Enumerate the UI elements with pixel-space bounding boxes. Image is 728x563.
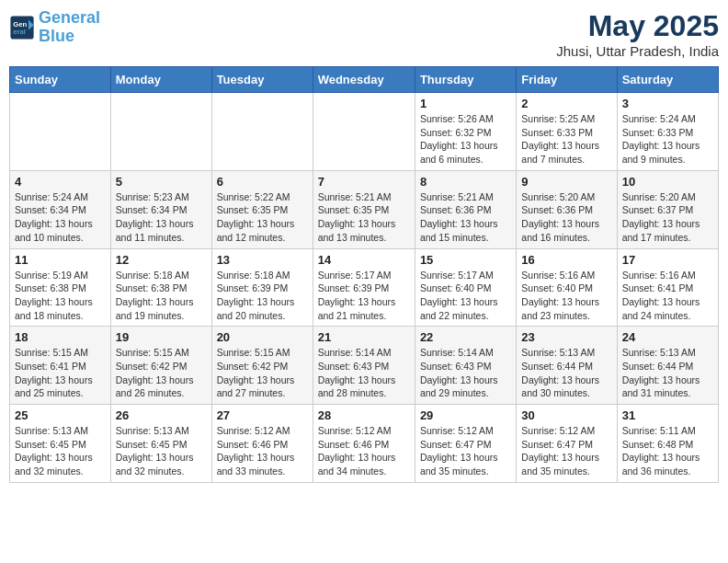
day-number: 22 (420, 330, 511, 344)
day-info: Sunrise: 5:11 AM Sunset: 6:48 PM Dayligh… (622, 424, 713, 478)
day-number: 3 (622, 97, 713, 110)
header: Gen eral General Blue May 2025 Jhusi, Ut… (9, 9, 719, 59)
calendar-cell: 12Sunrise: 5:18 AM Sunset: 6:38 PM Dayli… (110, 248, 211, 327)
day-info: Sunrise: 5:17 AM Sunset: 6:40 PM Dayligh… (420, 269, 511, 323)
week-row-4: 25Sunrise: 5:13 AM Sunset: 6:45 PM Dayli… (10, 405, 719, 483)
day-info: Sunrise: 5:16 AM Sunset: 6:40 PM Dayligh… (521, 269, 611, 323)
week-row-3: 18Sunrise: 5:15 AM Sunset: 6:41 PM Dayli… (10, 327, 719, 405)
calendar-cell: 27Sunrise: 5:12 AM Sunset: 6:46 PM Dayli… (211, 405, 313, 483)
day-info: Sunrise: 5:16 AM Sunset: 6:41 PM Dayligh… (622, 269, 713, 323)
day-number: 5 (116, 175, 207, 189)
calendar-cell: 5Sunrise: 5:23 AM Sunset: 6:34 PM Daylig… (110, 170, 211, 248)
day-info: Sunrise: 5:12 AM Sunset: 6:47 PM Dayligh… (420, 424, 511, 478)
day-info: Sunrise: 5:18 AM Sunset: 6:39 PM Dayligh… (217, 269, 308, 323)
calendar-cell: 18Sunrise: 5:15 AM Sunset: 6:41 PM Dayli… (10, 327, 111, 405)
day-number: 10 (622, 175, 713, 189)
month-title: May 2025 (556, 9, 719, 43)
title-area: May 2025 Jhusi, Uttar Pradesh, India (556, 9, 719, 59)
day-info: Sunrise: 5:21 AM Sunset: 6:36 PM Dayligh… (420, 190, 511, 245)
header-sunday: Sunday (10, 67, 111, 93)
day-info: Sunrise: 5:14 AM Sunset: 6:43 PM Dayligh… (318, 346, 410, 400)
day-number: 27 (217, 408, 308, 422)
day-info: Sunrise: 5:13 AM Sunset: 6:45 PM Dayligh… (15, 424, 106, 478)
day-info: Sunrise: 5:21 AM Sunset: 6:35 PM Dayligh… (318, 190, 410, 245)
week-row-0: 1Sunrise: 5:26 AM Sunset: 6:32 PM Daylig… (10, 93, 719, 171)
header-wednesday: Wednesday (313, 67, 415, 93)
calendar-cell: 2Sunrise: 5:25 AM Sunset: 6:33 PM Daylig… (517, 93, 617, 171)
logo-text-line1: General (39, 9, 100, 28)
day-number: 19 (116, 330, 207, 344)
day-number: 30 (521, 408, 611, 422)
calendar-cell: 9Sunrise: 5:20 AM Sunset: 6:36 PM Daylig… (517, 170, 617, 248)
day-info: Sunrise: 5:14 AM Sunset: 6:43 PM Dayligh… (420, 346, 511, 400)
week-row-2: 11Sunrise: 5:19 AM Sunset: 6:38 PM Dayli… (10, 248, 719, 327)
day-number: 14 (318, 253, 410, 267)
day-info: Sunrise: 5:12 AM Sunset: 6:46 PM Dayligh… (217, 424, 308, 478)
calendar-cell (110, 93, 211, 171)
header-saturday: Saturday (617, 67, 718, 93)
svg-text:eral: eral (13, 28, 26, 36)
day-number: 13 (217, 253, 308, 267)
day-number: 29 (420, 408, 511, 422)
location-title: Jhusi, Uttar Pradesh, India (556, 43, 719, 59)
calendar-cell: 25Sunrise: 5:13 AM Sunset: 6:45 PM Dayli… (10, 405, 111, 483)
day-info: Sunrise: 5:24 AM Sunset: 6:34 PM Dayligh… (15, 190, 106, 245)
day-info: Sunrise: 5:23 AM Sunset: 6:34 PM Dayligh… (116, 190, 207, 245)
calendar-cell: 28Sunrise: 5:12 AM Sunset: 6:46 PM Dayli… (313, 405, 415, 483)
day-number: 8 (420, 175, 511, 189)
header-tuesday: Tuesday (211, 67, 313, 93)
calendar-cell: 19Sunrise: 5:15 AM Sunset: 6:42 PM Dayli… (110, 327, 211, 405)
day-info: Sunrise: 5:17 AM Sunset: 6:39 PM Dayligh… (318, 269, 410, 323)
calendar-cell: 17Sunrise: 5:16 AM Sunset: 6:41 PM Dayli… (617, 248, 718, 327)
calendar-cell: 30Sunrise: 5:12 AM Sunset: 6:47 PM Dayli… (517, 405, 617, 483)
day-number: 15 (420, 253, 511, 267)
calendar-table: SundayMondayTuesdayWednesdayThursdayFrid… (9, 66, 719, 483)
day-info: Sunrise: 5:26 AM Sunset: 6:32 PM Dayligh… (420, 112, 511, 167)
day-number: 31 (622, 408, 713, 422)
svg-text:Gen: Gen (13, 19, 27, 28)
calendar-cell: 29Sunrise: 5:12 AM Sunset: 6:47 PM Dayli… (415, 405, 516, 483)
day-number: 28 (318, 408, 410, 422)
day-number: 21 (318, 330, 410, 344)
calendar-cell: 14Sunrise: 5:17 AM Sunset: 6:39 PM Dayli… (313, 248, 415, 327)
day-number: 18 (15, 330, 106, 344)
day-number: 26 (116, 408, 207, 422)
day-number: 20 (217, 330, 308, 344)
calendar-cell: 23Sunrise: 5:13 AM Sunset: 6:44 PM Dayli… (517, 327, 617, 405)
calendar-cell: 24Sunrise: 5:13 AM Sunset: 6:44 PM Dayli… (617, 327, 718, 405)
header-friday: Friday (517, 67, 617, 93)
day-number: 25 (15, 408, 106, 422)
day-info: Sunrise: 5:15 AM Sunset: 6:41 PM Dayligh… (15, 346, 106, 400)
calendar-cell: 26Sunrise: 5:13 AM Sunset: 6:45 PM Dayli… (110, 405, 211, 483)
calendar-cell (211, 93, 313, 171)
calendar-cell: 21Sunrise: 5:14 AM Sunset: 6:43 PM Dayli… (313, 327, 415, 405)
day-number: 17 (622, 253, 713, 267)
day-info: Sunrise: 5:25 AM Sunset: 6:33 PM Dayligh… (521, 112, 611, 167)
week-row-1: 4Sunrise: 5:24 AM Sunset: 6:34 PM Daylig… (10, 170, 719, 248)
day-info: Sunrise: 5:13 AM Sunset: 6:44 PM Dayligh… (521, 346, 611, 400)
day-info: Sunrise: 5:15 AM Sunset: 6:42 PM Dayligh… (217, 346, 308, 400)
calendar-cell: 6Sunrise: 5:22 AM Sunset: 6:35 PM Daylig… (211, 170, 313, 248)
day-info: Sunrise: 5:13 AM Sunset: 6:45 PM Dayligh… (116, 424, 207, 478)
day-number: 9 (521, 175, 611, 189)
header-thursday: Thursday (415, 67, 516, 93)
logo-text-line2: Blue (39, 28, 100, 46)
day-info: Sunrise: 5:18 AM Sunset: 6:38 PM Dayligh… (116, 269, 207, 323)
day-number: 2 (521, 97, 611, 110)
calendar-cell: 8Sunrise: 5:21 AM Sunset: 6:36 PM Daylig… (415, 170, 516, 248)
day-info: Sunrise: 5:24 AM Sunset: 6:33 PM Dayligh… (622, 112, 713, 167)
day-info: Sunrise: 5:22 AM Sunset: 6:35 PM Dayligh… (217, 190, 308, 245)
day-info: Sunrise: 5:19 AM Sunset: 6:38 PM Dayligh… (15, 269, 106, 323)
calendar-cell: 16Sunrise: 5:16 AM Sunset: 6:40 PM Dayli… (517, 248, 617, 327)
calendar-cell: 10Sunrise: 5:20 AM Sunset: 6:37 PM Dayli… (617, 170, 718, 248)
day-number: 23 (521, 330, 611, 344)
day-info: Sunrise: 5:15 AM Sunset: 6:42 PM Dayligh… (116, 346, 207, 400)
calendar-cell (10, 93, 111, 171)
day-info: Sunrise: 5:20 AM Sunset: 6:36 PM Dayligh… (521, 190, 611, 245)
day-number: 24 (622, 330, 713, 344)
calendar-cell: 22Sunrise: 5:14 AM Sunset: 6:43 PM Dayli… (415, 327, 516, 405)
calendar-cell: 3Sunrise: 5:24 AM Sunset: 6:33 PM Daylig… (617, 93, 718, 171)
day-info: Sunrise: 5:12 AM Sunset: 6:47 PM Dayligh… (521, 424, 611, 478)
day-number: 6 (217, 175, 308, 189)
calendar-cell (313, 93, 415, 171)
